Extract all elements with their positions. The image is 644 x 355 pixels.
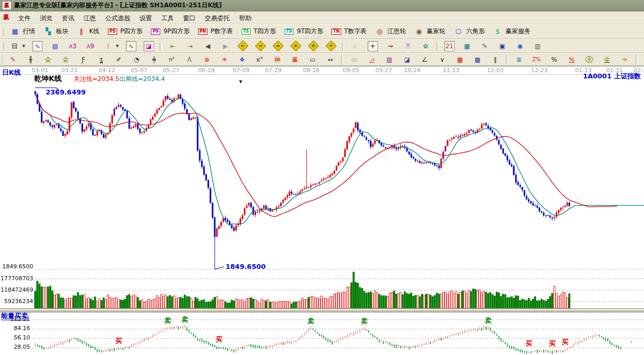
first-page-button[interactable]: ⇤ <box>164 41 181 51</box>
mini-chart-3-button[interactable]: ʌ3 <box>64 41 81 51</box>
trend-line-button[interactable]: ⊸ <box>382 41 399 51</box>
red-web-button[interactable]: ✳ <box>216 54 233 65</box>
pan-left-diamond-button[interactable]: ← <box>234 41 252 51</box>
time-cycle-button[interactable]: ◔ <box>128 54 145 65</box>
span-button[interactable]: ↔ <box>321 54 339 65</box>
grid2-button[interactable]: ╪ <box>145 54 163 65</box>
ruler-button[interactable]: ▭ <box>304 54 321 65</box>
expand-diamond-button[interactable]: ✦ <box>323 41 340 51</box>
notes-button[interactable]: ✎ <box>476 41 494 51</box>
gold-ratio2-button[interactable]: 金 <box>57 54 75 65</box>
center-diamond-button[interactable]: ↔ <box>270 41 287 51</box>
volume-profile-button[interactable]: ◪ <box>140 41 158 51</box>
next-page-button[interactable]: ▶ <box>217 41 234 51</box>
quotes-button[interactable]: ▦行情 <box>6 26 39 37</box>
save-button[interactable]: ▣ <box>494 41 511 51</box>
parallel-button[interactable]: ∥ <box>486 54 504 65</box>
candle-style-button[interactable]: 日▼ <box>6 41 29 51</box>
menu-formula-stock-pick[interactable]: 公式选股 <box>101 13 135 23</box>
n-square-button[interactable]: n² <box>163 54 180 65</box>
web-button[interactable]: ◉ <box>511 41 529 51</box>
calendar-button[interactable]: 21 <box>441 41 458 51</box>
smart-tool-button[interactable]: ✿ <box>417 41 435 51</box>
crosshair-button[interactable]: + <box>364 41 382 51</box>
system-button[interactable]: ▥ <box>529 41 547 51</box>
candle-plain-button[interactable]: ᛁ▼ <box>99 41 122 51</box>
blue-web-button[interactable]: ❖ <box>233 54 251 65</box>
brush-button[interactable]: ✑ <box>616 54 634 65</box>
winner-wheel-button[interactable]: ◉赢家轮 <box>410 26 449 37</box>
k-quote-button[interactable]: ĸ" <box>251 54 269 65</box>
grid-blue-button[interactable]: ▩ <box>469 54 486 65</box>
ying-button[interactable]: 赢 <box>286 54 304 65</box>
menu-news[interactable]: 资讯 <box>57 13 79 23</box>
kline-button[interactable]: ‖K线 <box>72 26 103 37</box>
winner-service-button[interactable]: $赢家服务 <box>488 26 534 37</box>
t-square-button[interactable]: TST四方形 <box>236 26 279 37</box>
measure-table-icon: ≣ <box>514 54 524 65</box>
angle-line-button[interactable]: ∠ <box>416 54 433 65</box>
toolbar-grip[interactable] <box>1 28 4 36</box>
p-table-button[interactable]: PNP数字表 <box>193 26 236 37</box>
prev-page-button[interactable]: ◀ <box>199 41 217 51</box>
nine-p-square-button[interactable]: P99P四方形 <box>146 26 193 37</box>
menu-help[interactable]: 帮助 <box>234 13 256 23</box>
dropdown-caret-icon[interactable]: ▼ <box>116 44 118 48</box>
menu-tools[interactable]: 工具 <box>157 13 178 23</box>
menu-gann[interactable]: 江恩 <box>79 13 101 23</box>
info-panel-button[interactable]: ▤ <box>46 41 64 51</box>
grid-red-button[interactable]: ▦ <box>451 54 469 65</box>
gann-grid-button[interactable]: ╫ <box>22 54 39 65</box>
gann-wheel-button[interactable]: ◎江恩轮 <box>370 26 410 37</box>
gann-pattern-button[interactable]: ᛗ <box>399 41 417 51</box>
compress-diamond-button[interactable]: ✛ <box>305 41 323 51</box>
svg-text:08-16: 08-16 <box>303 67 319 74</box>
sectors-button[interactable]: ▚板块 <box>39 26 72 37</box>
calculator-button[interactable]: ▦ <box>458 41 476 51</box>
mini-chart-9-button[interactable]: ʌ9 <box>81 41 99 51</box>
p-square-button[interactable]: PSP四方形 <box>103 26 146 37</box>
percent-line-button[interactable]: % <box>563 54 581 65</box>
menu-trade[interactable]: 交易委托 <box>200 13 234 23</box>
panel-divider[interactable] <box>0 308 644 312</box>
toolbar-grip[interactable] <box>1 42 4 50</box>
shen-button[interactable]: 神 <box>269 54 286 65</box>
indicator-dropdown-caret[interactable]: ▼ <box>239 80 242 85</box>
pan-right-diamond-button[interactable]: → <box>252 41 270 51</box>
check-line-button[interactable]: ∨ <box>433 54 451 65</box>
gold-circle-button[interactable]: 金 <box>581 54 598 65</box>
hexagon-button[interactable]: ⬡六角形 <box>449 26 488 37</box>
fan-box-button[interactable]: ▨ <box>381 54 398 65</box>
last-page-button[interactable]: ⇥ <box>181 41 199 51</box>
dropdown-caret-icon[interactable]: ▼ <box>22 44 25 48</box>
angle-ruler-button[interactable]: Λ <box>180 54 198 65</box>
fan-red-button[interactable]: ◿ <box>363 54 381 65</box>
measure-table-button[interactable]: ≣ <box>510 54 528 65</box>
gold-under-button[interactable]: 金 <box>598 54 616 65</box>
draw-pencil-button[interactable]: ✎ <box>4 54 22 65</box>
pan-hand-button[interactable]: ☞ <box>346 41 364 51</box>
gann-circle-button[interactable]: ⊕ <box>198 54 216 65</box>
chart-area[interactable]: 03-0103-2104-1205-0705-2706-1907-0907-29… <box>0 66 644 355</box>
qiankun-wave-button[interactable]: ∿ <box>29 41 46 51</box>
title-bar[interactable]: 赢 赢家江恩专业版[赢家内部服务平台] - [上证指数 SH1A0001-251… <box>0 0 644 11</box>
rect-tool-button[interactable]: ▭ <box>345 54 363 65</box>
wave-angle-button[interactable]: ∿ <box>640 54 644 65</box>
percent-button[interactable]: % <box>545 54 563 65</box>
zoom-out-diamond-button[interactable]: ✕ <box>287 41 305 51</box>
mark-pencil-button[interactable]: ✐ <box>110 54 128 65</box>
menu-browse[interactable]: 浏览 <box>35 13 57 23</box>
percent-zone-button[interactable]: Z% <box>528 54 545 65</box>
t-table-button[interactable]: TNT数字表 <box>327 26 370 37</box>
menu-settings[interactable]: 设置 <box>135 13 157 23</box>
gold-ratio-button[interactable]: 金 <box>39 54 57 65</box>
fib-button[interactable]: Ƒ <box>75 54 92 65</box>
spiral-button[interactable]: ʓ <box>92 54 110 65</box>
diag-box-button[interactable]: ◪ <box>398 54 416 65</box>
nine-t-square-button[interactable]: T99T四方形 <box>280 26 327 37</box>
menu-window[interactable]: 窗口 <box>178 13 200 23</box>
red-wave-button[interactable]: ∿ <box>122 41 140 51</box>
toolbar-grip[interactable] <box>1 56 2 64</box>
percent-zone-icon: Z% <box>531 54 542 65</box>
menu-file[interactable]: 文件 <box>13 13 35 23</box>
